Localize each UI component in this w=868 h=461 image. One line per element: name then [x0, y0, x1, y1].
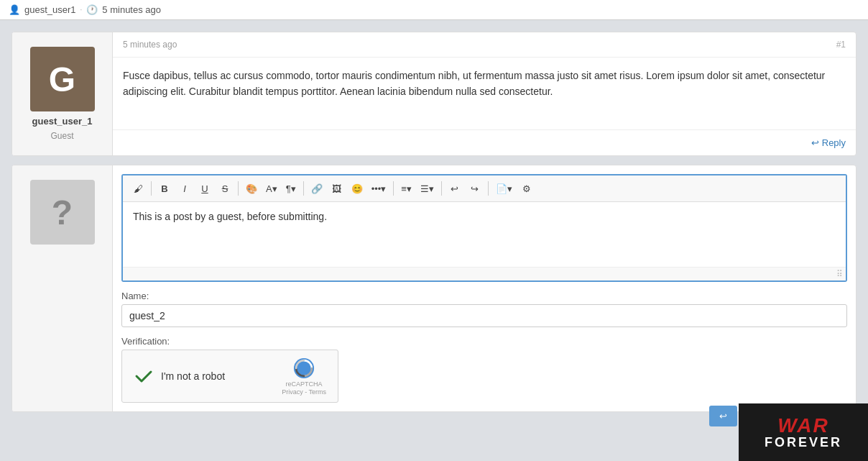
toolbar-undo-button[interactable]: ↩: [445, 179, 464, 198]
toolbar-strikethrough-button[interactable]: S: [216, 179, 234, 198]
toolbar-underline-button[interactable]: U: [195, 179, 214, 198]
name-input[interactable]: [121, 304, 847, 327]
war-forever-logo: WAR FOREVER: [739, 403, 868, 461]
main-content: G guest_user_1 Guest 5 minutes ago #1 Fu…: [0, 20, 868, 424]
toolbar-settings-button[interactable]: ⚙: [517, 179, 536, 198]
toolbar-sep-3: [303, 181, 304, 196]
back-arrow-icon: ↩: [719, 411, 727, 421]
toolbar-sep-1: [151, 181, 152, 196]
topbar-username: guest_user1: [24, 4, 76, 15]
toolbar-align-button[interactable]: ≡▾: [397, 179, 415, 198]
editor-toolbar: 🖌 B I U S 🎨 A▾ ¶▾ 🔗 🖼 😊 •••▾ ≡▾: [123, 175, 846, 202]
editor-resize-handle[interactable]: ⠿: [123, 267, 846, 280]
post-card: G guest_user_1 Guest 5 minutes ago #1 Fu…: [11, 32, 857, 156]
toolbar-sep-5: [441, 181, 442, 196]
topbar-dot: ·: [80, 6, 83, 14]
toolbar-link-button[interactable]: 🔗: [308, 179, 326, 198]
user-icon: 👤: [9, 4, 20, 15]
recaptcha-logo-area: reCAPTCHA Privacy - Terms: [282, 357, 326, 396]
toolbar-more-button[interactable]: •••▾: [368, 179, 390, 198]
recaptcha-logo-icon: [292, 357, 315, 380]
post-number: #1: [836, 40, 846, 50]
post-user-role: Guest: [50, 131, 73, 141]
recaptcha-box[interactable]: I'm not a robot reCAPTCHA: [121, 350, 338, 403]
toolbar-redo-button[interactable]: ↪: [466, 179, 484, 198]
reply-arrow-icon: ↩: [811, 137, 819, 148]
toolbar-paragraph-button[interactable]: ¶▾: [282, 179, 300, 198]
reply-card: ? 🖌 B I U S 🎨 A▾ ¶▾ 🔗: [11, 165, 857, 412]
toolbar-emoji-button[interactable]: 😊: [348, 179, 366, 198]
war-text: WAR: [777, 416, 828, 436]
recaptcha-brand: reCAPTCHA Privacy - Terms: [282, 380, 326, 396]
reply-label: Reply: [822, 137, 846, 148]
verification-label: Verification:: [121, 336, 847, 347]
verification-form-group: Verification: I'm not a robot: [121, 336, 847, 403]
toolbar-italic-button[interactable]: I: [175, 179, 194, 198]
back-button-area: ↩: [709, 406, 737, 426]
guest-avatar: ?: [30, 180, 95, 245]
toolbar-sep-4: [393, 181, 394, 196]
post-header: 5 minutes ago #1: [113, 32, 856, 58]
toolbar-template-button[interactable]: 📄▾: [492, 179, 516, 198]
top-bar: 👤 guest_user1 · 🕐 5 minutes ago: [0, 0, 868, 20]
toolbar-bold-button[interactable]: B: [155, 179, 174, 198]
toolbar-list-button[interactable]: ☰▾: [417, 179, 438, 198]
post-user-sidebar: G guest_user_1 Guest: [12, 32, 113, 155]
editor-area: 🖌 B I U S 🎨 A▾ ¶▾ 🔗 🖼 😊 •••▾ ≡▾: [113, 165, 856, 411]
toolbar-color-button[interactable]: 🎨: [242, 179, 261, 198]
name-label: Name:: [121, 291, 847, 301]
recaptcha-checkmark-icon: [134, 366, 154, 386]
reply-user-sidebar: ?: [12, 165, 113, 411]
recaptcha-label: I'm not a robot: [161, 370, 225, 382]
post-footer: ↩ Reply: [113, 129, 856, 155]
editor-body[interactable]: This is a post by a guest, before submit…: [123, 202, 846, 267]
toolbar-eraser-button[interactable]: 🖌: [129, 179, 147, 198]
forever-text: FOREVER: [765, 436, 842, 449]
post-username: guest_user_1: [32, 116, 93, 127]
avatar: G: [30, 47, 95, 111]
toolbar-sep-2: [238, 181, 239, 196]
toolbar-image-button[interactable]: 🖼: [328, 179, 346, 198]
name-form-group: Name:: [121, 291, 847, 327]
recaptcha-checkbox-area: I'm not a robot: [134, 366, 273, 386]
post-body: Fusce dapibus, tellus ac cursus commodo,…: [113, 58, 856, 129]
back-button[interactable]: ↩: [709, 406, 737, 426]
resize-icon: ⠿: [836, 269, 843, 279]
post-content-area: 5 minutes ago #1 Fusce dapibus, tellus a…: [113, 32, 856, 155]
toolbar-font-size-button[interactable]: A▾: [262, 179, 281, 198]
editor-wrapper: 🖌 B I U S 🎨 A▾ ¶▾ 🔗 🖼 😊 •••▾ ≡▾: [121, 174, 847, 282]
reply-button[interactable]: ↩ Reply: [811, 137, 846, 148]
toolbar-sep-6: [488, 181, 489, 196]
post-time: 5 minutes ago: [123, 40, 177, 50]
topbar-time: 5 minutes ago: [102, 4, 161, 15]
clock-icon: 🕐: [86, 4, 98, 15]
